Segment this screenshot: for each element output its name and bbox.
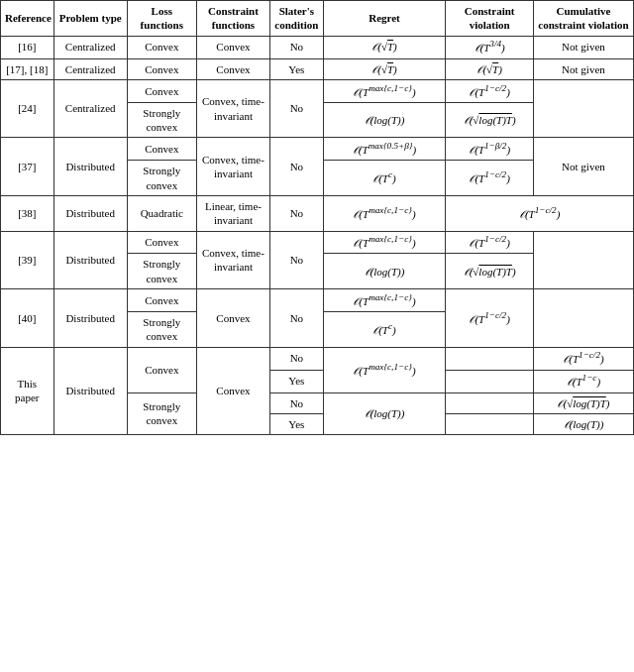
ref-17-18: [17], [18] xyxy=(1,58,54,79)
ccv-this-paper-sc-yes: 𝒪(log(T)) xyxy=(533,413,633,434)
cv-38: 𝒪(T1−c/2) xyxy=(446,195,634,231)
regret-39-convex: 𝒪(Tmax{c,1−c}) xyxy=(323,231,446,254)
cv-37-convex: 𝒪(T1−β/2) xyxy=(446,138,534,161)
header-regret: Regret xyxy=(323,1,446,37)
constr-16: Convex xyxy=(196,36,269,58)
ref-16: [16] xyxy=(1,36,54,58)
cv-16: 𝒪(T3/4) xyxy=(446,36,534,58)
slater-16: No xyxy=(270,36,324,58)
cv-39-sc: 𝒪(√log(T)T) xyxy=(446,254,534,289)
cv-24-sc: 𝒪(√log(T)T) xyxy=(446,102,534,138)
ccv-16: Not given xyxy=(533,36,633,58)
regret-39-sc: 𝒪(log(T)) xyxy=(323,254,446,289)
prob-24: Centralized xyxy=(53,79,127,138)
header-slaters: Slater's condi­tion xyxy=(270,1,324,37)
loss-24-sc: Strongly convex xyxy=(127,102,196,138)
slater-this-paper-c-no: No xyxy=(270,347,324,370)
constr-37: Convex, time-invariant xyxy=(196,138,269,196)
ref-37: [37] xyxy=(1,138,54,196)
loss-39-sc: Strongly convex xyxy=(127,254,196,289)
cv-39-convex: 𝒪(T1−c/2) xyxy=(446,231,534,254)
constr-24: Convex, time-invariant xyxy=(196,79,269,138)
loss-38: Quadratic xyxy=(127,195,196,231)
loss-39-convex: Convex xyxy=(127,231,196,254)
header-constraint-violation: Constraint violation xyxy=(446,1,534,37)
table-row: [39] Distributed Convex Convex, time-inv… xyxy=(1,231,634,254)
regret-38: 𝒪(Tmax{c,1−c}) xyxy=(323,195,446,231)
constr-39: Convex, time-invariant xyxy=(196,231,269,289)
regret-40-convex: 𝒪(Tmax{c,1−c}) xyxy=(323,289,446,312)
slater-this-paper-sc-no: No xyxy=(270,392,324,413)
loss-16: Convex xyxy=(127,36,196,58)
regret-17-18: 𝒪(√T) xyxy=(323,58,446,79)
table-row: [16] Centralized Convex Convex No 𝒪(√T) … xyxy=(1,36,634,58)
cv-24-convex: 𝒪(T1−c/2) xyxy=(446,79,534,102)
slater-40: No xyxy=(270,289,324,348)
ref-38: [38] xyxy=(1,195,54,231)
ccv-24 xyxy=(533,79,633,138)
regret-24-convex: 𝒪(Tmax{c,1−c}) xyxy=(323,79,446,102)
constr-17-18: Convex xyxy=(196,58,269,79)
constr-40: Convex xyxy=(196,289,269,348)
header-constraint-functions: Constraint functions xyxy=(196,1,269,37)
table-row: This paper Distributed Convex Convex No … xyxy=(1,347,634,370)
header-cumulative-constraint-violation: Cumulative constraint violation xyxy=(533,1,633,37)
loss-37-sc: Strongly convex xyxy=(127,161,196,196)
slater-24: No xyxy=(270,79,324,138)
prob-39: Distributed xyxy=(53,231,127,289)
cv-this-paper-sc-no xyxy=(446,392,534,413)
loss-40-convex: Convex xyxy=(127,289,196,312)
table-row: [17], [18] Centralized Convex Convex Yes… xyxy=(1,58,634,79)
prob-this-paper: Distributed xyxy=(53,347,127,435)
regret-37-convex: 𝒪(Tmax{0.5+β}) xyxy=(323,138,446,161)
loss-17-18: Convex xyxy=(127,58,196,79)
slater-39: No xyxy=(270,231,324,289)
cv-17-18: 𝒪(√T) xyxy=(446,58,534,79)
cv-40: 𝒪(T1−c/2) xyxy=(446,289,534,348)
ref-24: [24] xyxy=(1,79,54,138)
prob-40: Distributed xyxy=(53,289,127,348)
regret-16: 𝒪(√T) xyxy=(323,36,446,58)
table-row: [40] Distributed Convex Convex No 𝒪(Tmax… xyxy=(1,289,634,312)
table-row: [37] Distributed Convex Convex, time-inv… xyxy=(1,138,634,161)
table-row: [38] Distributed Quadratic Linear, time-… xyxy=(1,195,634,231)
prob-17-18: Centralized xyxy=(53,58,127,79)
regret-this-paper-convex: 𝒪(Tmax{c,1−c}) xyxy=(323,347,446,392)
regret-this-paper-sc: 𝒪(log(T)) xyxy=(323,392,446,435)
header-loss-functions: Loss functions xyxy=(127,1,196,37)
prob-38: Distributed xyxy=(53,195,127,231)
loss-37-convex: Convex xyxy=(127,138,196,161)
loss-this-paper-sc: Strongly convex xyxy=(127,392,196,435)
ccv-this-paper-c-no: 𝒪(T1−c/2) xyxy=(533,347,633,370)
cv-37-sc: 𝒪(T1−c/2) xyxy=(446,161,534,196)
loss-this-paper-convex: Convex xyxy=(127,347,196,392)
loss-40-sc: Strongly convex xyxy=(127,312,196,348)
loss-24-convex: Convex xyxy=(127,79,196,102)
constr-38: Linear, time-invariant xyxy=(196,195,269,231)
cv-this-paper-c-yes xyxy=(446,370,534,392)
prob-37: Distributed xyxy=(53,138,127,196)
ccv-39 xyxy=(533,231,633,289)
constr-this-paper: Convex xyxy=(196,347,269,435)
ccv-37: Not given xyxy=(533,138,633,196)
slater-17-18: Yes xyxy=(270,58,324,79)
ccv-this-paper-sc-no: 𝒪(√log(T)T) xyxy=(533,392,633,413)
ccv-40 xyxy=(533,289,633,348)
table-row: [24] Centralized Convex Convex, time-inv… xyxy=(1,79,634,102)
cv-this-paper-sc-yes xyxy=(446,413,534,434)
regret-37-sc: 𝒪(Tc) xyxy=(323,161,446,196)
ref-this-paper: This paper xyxy=(1,347,54,435)
prob-16: Centralized xyxy=(53,36,127,58)
regret-40-sc: 𝒪(Tc) xyxy=(323,312,446,348)
header-reference: Reference xyxy=(1,1,54,37)
ref-40: [40] xyxy=(1,289,54,348)
ccv-this-paper-c-yes: 𝒪(T1−c) xyxy=(533,370,633,392)
slater-this-paper-sc-yes: Yes xyxy=(270,413,324,434)
slater-this-paper-c-yes: Yes xyxy=(270,370,324,392)
ref-39: [39] xyxy=(1,231,54,289)
ccv-17-18: Not given xyxy=(533,58,633,79)
slater-37: No xyxy=(270,138,324,196)
header-problem-type: Problem type xyxy=(53,1,127,37)
regret-24-sc: 𝒪(log(T)) xyxy=(323,102,446,138)
slater-38: No xyxy=(270,195,324,231)
